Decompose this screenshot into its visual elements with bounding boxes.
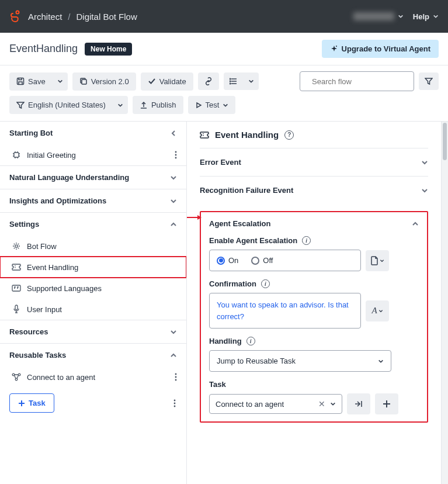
search-flow-input[interactable] <box>311 77 411 87</box>
sidebar-item-label: User Input <box>27 305 62 314</box>
svg-point-5 <box>230 81 231 82</box>
panel-recognition-failure[interactable]: Recognition Failure Event <box>200 186 428 195</box>
filter-icon <box>16 101 25 109</box>
expression-button[interactable] <box>366 250 389 271</box>
network-icon <box>12 372 21 382</box>
more-icon[interactable] <box>175 151 177 159</box>
chevron-down-icon <box>170 329 177 336</box>
sidebar-item-initial-greeting[interactable]: Initial Greeting <box>0 144 186 165</box>
sidebar-item-connect-agent[interactable]: Connect to an agent <box>0 367 186 388</box>
chevron-down-icon <box>378 309 383 313</box>
breadcrumb-flow[interactable]: Digital Bot Flow <box>77 12 137 22</box>
chip-icon <box>12 150 21 160</box>
info-icon[interactable]: i <box>261 279 270 288</box>
sidebar-item-label: Event Handling <box>27 263 78 272</box>
save-dropdown[interactable] <box>53 72 68 91</box>
link-icon <box>204 77 213 85</box>
text-mode-button[interactable]: A <box>366 300 389 321</box>
upgrade-button[interactable]: Upgrade to Virtual Agent <box>322 40 439 58</box>
svg-point-10 <box>175 154 177 156</box>
svg-point-6 <box>230 83 231 84</box>
svg-point-12 <box>15 245 18 247</box>
plus-icon <box>383 400 391 408</box>
svg-point-15 <box>12 374 15 376</box>
info-icon[interactable]: i <box>246 337 255 345</box>
sidebar-item-event-handling[interactable]: Event Handling <box>0 257 186 278</box>
list-button[interactable] <box>224 72 244 90</box>
sidebar-item-user-input[interactable]: User Input <box>0 299 186 320</box>
section-starting-bot[interactable]: Starting Bot <box>0 122 186 144</box>
sidebar-item-bot-flow[interactable]: Bot Flow <box>0 236 186 257</box>
chevron-up-icon <box>170 221 177 228</box>
svg-rect-3 <box>82 79 86 84</box>
language-button[interactable]: English (United States) <box>9 96 113 114</box>
search-flow-input-wrapper[interactable] <box>300 71 414 91</box>
document-icon <box>370 256 378 265</box>
sidebar-item-label: Initial Greeting <box>27 151 76 160</box>
panel-agent-escalation-header[interactable]: Agent Escalation <box>209 219 419 228</box>
info-icon[interactable]: i <box>302 236 311 245</box>
add-task-button[interactable] <box>375 393 398 414</box>
radio-off[interactable]: Off <box>251 256 273 265</box>
chevron-down-icon <box>421 159 428 166</box>
language-icon <box>12 284 21 293</box>
list-dropdown[interactable] <box>244 72 259 90</box>
chevron-left-icon <box>170 130 177 137</box>
section-reusable-tasks[interactable]: Reusable Tasks <box>0 343 186 367</box>
validate-button[interactable]: Validate <box>141 72 193 91</box>
chevron-down-icon <box>398 13 404 19</box>
clear-icon[interactable]: ✕ <box>318 399 325 409</box>
link-button[interactable] <box>198 72 219 90</box>
help-icon[interactable]: ? <box>284 130 294 140</box>
test-button[interactable]: Test <box>188 96 236 114</box>
callout-arrow <box>187 217 201 218</box>
svg-point-17 <box>15 378 18 381</box>
add-task-button[interactable]: Task <box>9 393 54 413</box>
user-name-blurred <box>353 12 394 20</box>
microphone-icon <box>12 305 21 314</box>
chevron-down-icon <box>378 358 384 364</box>
save-button[interactable]: Save <box>9 72 53 91</box>
svg-point-16 <box>18 374 20 376</box>
svg-point-18 <box>175 374 177 375</box>
chevron-down-icon <box>170 198 177 205</box>
section-settings[interactable]: Settings <box>0 212 186 236</box>
section-insights[interactable]: Insights and Optimizations <box>0 189 186 212</box>
confirmation-text-input[interactable]: You want to speak to an advisor. Is that… <box>209 293 361 329</box>
enable-escalation-radio-group: On Off <box>209 250 361 271</box>
chevron-down-icon <box>223 102 228 108</box>
more-icon[interactable] <box>175 373 177 381</box>
panel-error-event[interactable]: Error Event <box>200 158 428 167</box>
scrollbar[interactable] <box>441 122 448 484</box>
radio-on[interactable]: On <box>217 256 238 265</box>
section-resources[interactable]: Resources <box>0 320 186 343</box>
more-icon[interactable] <box>173 399 176 407</box>
copy-icon <box>79 77 88 85</box>
breadcrumb-app[interactable]: Architect <box>28 12 62 22</box>
svg-point-22 <box>174 402 176 404</box>
help-menu[interactable]: Help <box>413 12 439 21</box>
svg-point-19 <box>175 376 177 378</box>
svg-rect-8 <box>14 153 19 157</box>
scrollbar-thumb[interactable] <box>443 123 447 160</box>
chevron-down-icon <box>248 78 254 84</box>
chevron-down-icon <box>170 174 177 181</box>
new-home-badge[interactable]: New Home <box>85 43 132 56</box>
chevron-down-icon <box>380 258 384 263</box>
handling-select[interactable]: Jump to Reusable Task <box>209 350 391 372</box>
section-nlu[interactable]: Natural Language Understanding <box>0 165 186 189</box>
goto-task-button[interactable] <box>347 393 370 414</box>
sidebar-item-supported-languages[interactable]: Supported Languages <box>0 278 186 299</box>
ticket-icon <box>12 262 21 272</box>
language-dropdown[interactable] <box>113 96 128 114</box>
publish-button[interactable]: Publish <box>133 96 183 114</box>
chevron-up-icon <box>412 220 419 227</box>
task-combo[interactable]: Connect to an agent ✕ <box>209 394 342 414</box>
app-logo-icon <box>9 10 21 23</box>
plus-icon <box>18 400 25 407</box>
chevron-down-icon <box>433 13 439 19</box>
user-menu[interactable] <box>353 12 404 20</box>
filter-button[interactable] <box>419 72 439 90</box>
play-icon <box>195 102 202 109</box>
version-button[interactable]: Version 2.0 <box>72 72 136 91</box>
